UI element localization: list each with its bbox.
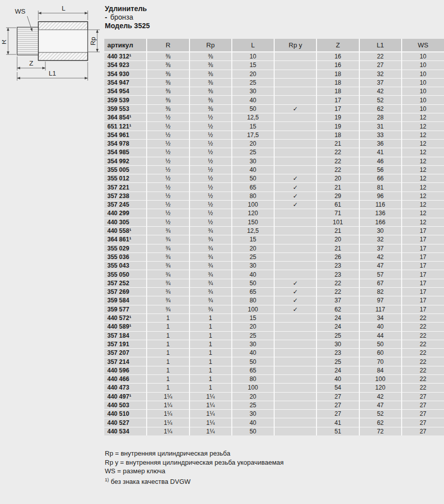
- product-title: Удлинитель: [105, 5, 150, 13]
- cell-r: ½: [147, 122, 189, 131]
- cell-ws: 22: [402, 313, 444, 322]
- cell-l: 100: [232, 384, 274, 392]
- cell-r: ½: [147, 165, 189, 174]
- cell-artikul: 359 553: [104, 104, 147, 113]
- material-dash: -: [105, 13, 107, 21]
- cell-rp: 1: [189, 374, 232, 383]
- cell-rp: 1: [189, 349, 232, 357]
- cell-l: 15: [232, 61, 274, 70]
- footnote-dvgw-text: без знака качества DVGW: [111, 478, 191, 485]
- cell-z: 27: [316, 401, 359, 409]
- table-row: 355 029 ¾ ¾ 20 21 37 17: [104, 244, 444, 253]
- cell-l: 50: [232, 427, 274, 435]
- cell-ws: 27: [402, 401, 444, 409]
- cell-artikul: 357 207: [104, 349, 147, 357]
- cell-l1: 56: [359, 165, 402, 174]
- cell-l1: 166: [359, 218, 402, 226]
- cell-rp: ½: [189, 165, 232, 174]
- cell-z: 17: [316, 104, 359, 113]
- cell-rpu: ✓: [274, 174, 316, 183]
- cell-z: 40: [316, 374, 359, 383]
- cell-l: 40: [232, 270, 274, 279]
- cell-ws: 17: [402, 305, 444, 313]
- col-header-z: Z: [316, 39, 359, 52]
- col-header-l: L: [232, 39, 274, 52]
- cell-rpu: [274, 313, 316, 322]
- table-row: 359 577 ¾ ¾ 100 ✓ 62 117 17: [104, 305, 444, 313]
- cell-z: 24: [316, 366, 359, 374]
- cell-rpu: [274, 139, 316, 148]
- cell-artikul: 355 036: [104, 253, 147, 261]
- cell-ws: 27: [402, 410, 444, 418]
- cell-z: 21: [316, 139, 359, 148]
- cell-artikul: 357 238: [104, 192, 147, 200]
- table-row: 357 184 1 1 25 25 44 22: [104, 331, 444, 340]
- cell-z: 27: [316, 410, 359, 418]
- cell-rp: ¾: [189, 262, 232, 270]
- cell-rpu: ✓: [274, 104, 316, 113]
- cell-ws: 22: [402, 366, 444, 374]
- table-row: 440 534 1¼ 1¼ 50 51 72 27: [104, 427, 444, 435]
- cell-artikul: 440 466: [104, 374, 147, 383]
- table-row: 357 207 1 1 40 23 60 22: [104, 349, 444, 357]
- cell-r: 1¼: [147, 392, 189, 401]
- cell-rpu: [274, 131, 316, 139]
- cell-rpu: [274, 270, 316, 279]
- cell-rp: 1: [189, 340, 232, 348]
- cell-l: 120: [232, 209, 274, 218]
- cell-l: 65: [232, 366, 274, 374]
- dimension-table-wrap: артикул R Rp L Rp у Z L1 WS 440 312¹ ⅜ ⅜…: [104, 39, 444, 435]
- cell-ws: 17: [402, 270, 444, 279]
- cell-rp: ½: [189, 122, 232, 131]
- dim-label-r: R: [2, 40, 8, 44]
- cell-l1: 117: [359, 305, 402, 313]
- cell-r: ⅜: [147, 104, 189, 113]
- table-row: 440 589¹ 1 1 20 24 40 22: [104, 323, 444, 331]
- cell-rp: 1¼: [189, 401, 232, 409]
- cell-rpu: [274, 218, 316, 226]
- cell-rp: ⅜: [189, 87, 232, 96]
- table-header: артикул R Rp L Rp у Z L1 WS: [104, 39, 444, 52]
- table-row: 354 954 ⅜ ⅜ 30 18 42 10: [104, 87, 444, 96]
- cell-ws: 10: [402, 78, 444, 87]
- product-material-line: -бронза: [105, 13, 150, 22]
- table-row: 354 947 ⅜ ⅜ 25 18 37 10: [104, 78, 444, 87]
- product-material: бронза: [110, 13, 134, 21]
- cell-rp: ½: [189, 192, 232, 200]
- cell-l1: 70: [359, 357, 402, 366]
- cell-r: ⅜: [147, 61, 189, 70]
- cell-artikul: 357 191: [104, 340, 147, 348]
- cell-z: 27: [316, 392, 359, 401]
- table-row: 355 043 ¾ ¾ 30 23 47 17: [104, 262, 444, 270]
- cell-r: ½: [147, 201, 189, 209]
- cell-r: ¾: [147, 279, 189, 287]
- cell-ws: 17: [402, 253, 444, 261]
- cell-ws: 22: [402, 340, 444, 348]
- cell-l: 80: [232, 192, 274, 200]
- cell-l1: 50: [359, 340, 402, 348]
- cell-ws: 27: [402, 392, 444, 401]
- cell-rp: ¾: [189, 279, 232, 287]
- cell-artikul: 357 245: [104, 201, 147, 209]
- table-row: 357 191 1 1 30 30 50 22: [104, 340, 444, 348]
- cell-l1: 72: [359, 427, 402, 435]
- cell-l: 40: [232, 165, 274, 174]
- cell-rp: ½: [189, 174, 232, 183]
- cell-r: ¾: [147, 253, 189, 261]
- cell-l: 15: [232, 235, 274, 244]
- col-header-rpu: Rp у: [274, 39, 316, 52]
- cell-z: 101: [316, 218, 359, 226]
- cell-r: ¾: [147, 270, 189, 279]
- table-row: 357 269 ¾ ¾ 65 ✓ 22 82 17: [104, 288, 444, 296]
- dim-label-l1: L1: [49, 70, 56, 77]
- cell-rpu: [274, 70, 316, 78]
- table-row: 355 036 ¾ ¾ 25 26 42 17: [104, 253, 444, 261]
- cell-ws: 22: [402, 374, 444, 383]
- cell-l: 30: [232, 410, 274, 418]
- cell-rp: ⅜: [189, 78, 232, 87]
- cell-z: 24: [316, 313, 359, 322]
- cell-z: 18: [316, 131, 359, 139]
- cell-artikul: 440 510: [104, 410, 147, 418]
- cell-l: 20: [232, 139, 274, 148]
- table-row: 359 539 ⅜ ⅜ 40 17 52 10: [104, 96, 444, 104]
